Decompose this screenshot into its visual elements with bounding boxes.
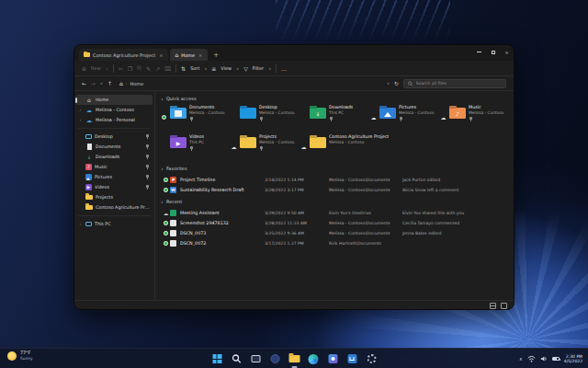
expand-chevron-icon[interactable]: › bbox=[78, 118, 83, 122]
section-recent-header[interactable]: ∨ Recent bbox=[161, 199, 510, 204]
search-box[interactable] bbox=[403, 79, 506, 88]
sidebar-item-projects[interactable]: Projects bbox=[76, 192, 153, 202]
tile-downloads[interactable]: ↓ Downloads This PC bbox=[300, 105, 369, 129]
up-button[interactable]: ↑ bbox=[107, 80, 112, 86]
maximize-button[interactable] bbox=[486, 45, 500, 59]
pin-icon bbox=[145, 165, 150, 170]
sidebar-item-downloads[interactable]: ↓ Downloads bbox=[76, 152, 153, 162]
recent-locations-button[interactable]: ∨ bbox=[100, 81, 103, 86]
tray-expand-button[interactable]: ∧ bbox=[519, 356, 523, 362]
chevron-down-icon[interactable]: ∨ bbox=[161, 200, 164, 204]
taskbar-search-button[interactable] bbox=[231, 353, 243, 365]
tile-projects[interactable]: ☁ Projects Melissa - Contoso bbox=[231, 134, 300, 158]
delete-button[interactable]: ⌧ bbox=[164, 65, 171, 72]
sidebar-item-videos[interactable]: ▶ Videos bbox=[76, 182, 153, 192]
clock[interactable]: 2:30 PM 4/5/2022 bbox=[564, 354, 582, 364]
wifi-icon[interactable] bbox=[527, 355, 536, 362]
file-activity: Elvin Yoo shared this with you bbox=[402, 211, 510, 215]
cut-button[interactable]: ✂ bbox=[119, 65, 123, 72]
task-view-button[interactable] bbox=[250, 353, 262, 365]
sort-button[interactable]: ⇅ Sort ∨ bbox=[181, 65, 207, 72]
file-row-meeting-assistant[interactable]: ☁ Meeting Assistant 3/29/2022 9:50 AM El… bbox=[161, 208, 510, 218]
file-location: Melissa - Contoso\Documents bbox=[329, 178, 402, 182]
start-button[interactable] bbox=[211, 353, 223, 365]
filter-button[interactable]: ▽ Filter ∨ bbox=[243, 65, 271, 72]
image-file-icon bbox=[170, 230, 176, 236]
separator bbox=[276, 64, 277, 73]
photos-button[interactable] bbox=[327, 353, 339, 365]
expand-chevron-icon[interactable]: › bbox=[78, 108, 83, 112]
details-view-button[interactable] bbox=[490, 303, 496, 309]
back-button[interactable]: ← bbox=[82, 80, 86, 86]
chat-button[interactable] bbox=[269, 353, 281, 365]
sidebar-item-music[interactable]: ♪ Music bbox=[76, 162, 153, 172]
sidebar-item-contoso-agriculture-project[interactable]: Contoso Agriculture Project bbox=[76, 202, 153, 213]
sidebar-item-this-pc[interactable]: › This PC bbox=[76, 219, 153, 229]
breadcrumb[interactable]: ⌂ › Home bbox=[119, 81, 382, 86]
view-button[interactable]: ≡ View ∨ bbox=[211, 65, 239, 72]
paste-button[interactable]: ⎘ bbox=[137, 64, 141, 72]
chevron-down-icon[interactable]: ∨ bbox=[161, 97, 164, 101]
sidebar-item-melissa-personal[interactable]: › ☁ Melissa - Personal bbox=[76, 115, 153, 125]
chevron-down-icon[interactable]: ∨ bbox=[161, 167, 164, 171]
tile-music[interactable]: ☁ ♪ Music Melissa - Contoso bbox=[440, 105, 509, 129]
battery-icon[interactable] bbox=[552, 357, 560, 362]
folder-icon bbox=[85, 205, 93, 211]
file-row-project-timeline[interactable]: P Project Timeline 2/14/2022 1:14 PM Mel… bbox=[161, 175, 510, 185]
section-quick-access-header[interactable]: ∨ Quick access bbox=[161, 96, 510, 101]
new-button[interactable]: ⊕ New ∨ bbox=[82, 65, 108, 72]
tab-close-icon[interactable]: × bbox=[158, 52, 164, 58]
copy-button[interactable]: ❐ bbox=[128, 65, 132, 72]
pin-icon bbox=[145, 185, 150, 190]
file-row-screenshot-29478132[interactable]: Screenshot 29478132 3/28/2022 11:23 AM M… bbox=[161, 218, 510, 228]
tile-videos[interactable]: ▶ Videos This PC bbox=[161, 134, 230, 158]
tile-desktop[interactable]: Desktop Melissa - Contoso bbox=[231, 105, 300, 129]
refresh-button[interactable]: ↻ bbox=[394, 80, 399, 86]
section-favorites-header[interactable]: ∨ Favorites bbox=[161, 166, 510, 171]
sync-status-icon bbox=[164, 178, 167, 181]
rename-button[interactable]: ✎ bbox=[146, 65, 151, 72]
file-row-sustainability-research-draft[interactable]: W Sustainability Research Draft 3/28/202… bbox=[161, 185, 510, 195]
quick-access-grid: Documents Melissa - Contoso Desktop Meli… bbox=[161, 105, 510, 164]
file-location: Elvin Yoo's OneDrive bbox=[329, 211, 402, 215]
tile-documents[interactable]: Documents Melissa - Contoso bbox=[161, 105, 230, 129]
favorites-list: P Project Timeline 2/14/2022 1:14 PM Mel… bbox=[161, 175, 510, 195]
address-dropdown-button[interactable]: ∨ bbox=[387, 81, 390, 86]
file-explorer-button[interactable] bbox=[288, 353, 300, 365]
weather-widget[interactable]: 77°F Sunny bbox=[7, 351, 32, 361]
tab-close-icon[interactable]: × bbox=[198, 52, 203, 58]
file-activity: Jack Purton edited bbox=[402, 178, 510, 182]
store-button[interactable] bbox=[346, 353, 358, 365]
search-input[interactable] bbox=[416, 81, 503, 86]
sync-status-icon bbox=[164, 221, 167, 224]
file-row-dscn-0073[interactable]: DSCN_0073 3/25/2022 9:36 AM Melissa - Co… bbox=[161, 228, 510, 238]
share-button[interactable]: ↗ bbox=[155, 65, 160, 72]
icons-view-button[interactable] bbox=[501, 303, 507, 309]
forward-button[interactable]: → bbox=[91, 80, 96, 86]
tile-contoso-agriculture-project[interactable]: ☁ Contoso Agriculture Project Melissa - … bbox=[300, 134, 401, 158]
sidebar-item-home[interactable]: ⌂ Home bbox=[76, 95, 153, 105]
minimize-button[interactable] bbox=[472, 45, 486, 59]
sidebar-item-desktop[interactable]: Desktop bbox=[76, 132, 153, 142]
close-button[interactable]: × bbox=[500, 45, 514, 59]
tab-home[interactable]: ⌂ Home × bbox=[170, 49, 208, 61]
edge-button[interactable] bbox=[308, 353, 320, 365]
speaker-icon[interactable] bbox=[540, 355, 548, 362]
tab-contoso-agriculture-project[interactable]: Contoso Agriculture Project × bbox=[79, 49, 168, 61]
tile-pictures[interactable]: ☁ Pictures Melissa - Contoso bbox=[370, 105, 439, 129]
word-file-icon: W bbox=[170, 187, 176, 193]
sidebar-item-melissa-contoso[interactable]: › ☁ Melissa - Contoso bbox=[76, 105, 153, 115]
file-date: 2/14/2022 1:14 PM bbox=[265, 178, 329, 182]
expand-chevron-icon[interactable]: › bbox=[78, 222, 83, 226]
file-row-dscn-0072[interactable]: DSCN_0072 3/17/2022 1:27 PM Rick Hartnet… bbox=[161, 238, 510, 248]
videos-icon: ▶ bbox=[85, 184, 92, 190]
more-options-button[interactable]: … bbox=[281, 65, 287, 72]
sidebar-item-pictures[interactable]: Pictures bbox=[76, 172, 153, 182]
settings-button[interactable] bbox=[366, 353, 378, 365]
file-activity: Alicia Snow left a comment bbox=[402, 188, 510, 192]
status-bar bbox=[74, 300, 514, 310]
sidebar-item-documents[interactable]: Documents bbox=[76, 142, 153, 152]
titlebar[interactable]: Contoso Agriculture Project × ⌂ Home × +… bbox=[74, 45, 514, 61]
new-tab-button[interactable]: + bbox=[213, 52, 219, 61]
breadcrumb-home[interactable]: Home bbox=[130, 81, 143, 86]
